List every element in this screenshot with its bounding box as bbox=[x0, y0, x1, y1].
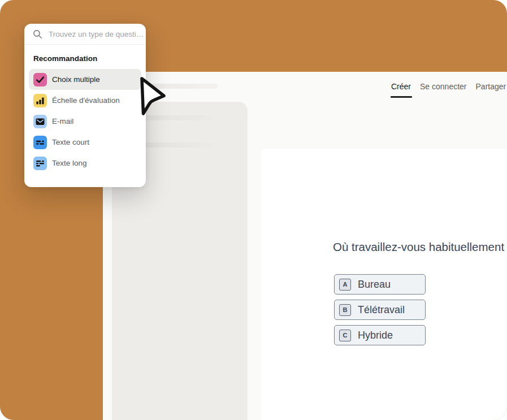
key-badge: C bbox=[339, 330, 351, 341]
search-icon bbox=[33, 29, 42, 39]
type-item-label: E-mail bbox=[52, 117, 73, 125]
type-item-label: Échelle d'évaluation bbox=[52, 96, 120, 105]
search-row bbox=[24, 24, 146, 45]
type-item-label: Texte long bbox=[52, 159, 87, 167]
answer-option-label: Hybride bbox=[358, 330, 393, 341]
answer-options: A Bureau B Télétravail C Hybride bbox=[334, 274, 426, 350]
marketing-canvas: Créer Se connecter Partager Où travaille… bbox=[0, 0, 507, 420]
type-item-texte-court[interactable]: Texte court bbox=[29, 132, 141, 153]
envelope-icon bbox=[33, 115, 47, 128]
question-title: Où travaillez-vous habituellement ? bbox=[333, 240, 507, 254]
type-item-texte-long[interactable]: Texte long bbox=[29, 153, 141, 174]
answer-option-hybride[interactable]: C Hybride bbox=[334, 325, 426, 345]
key-badge: A bbox=[339, 279, 351, 291]
short-text-icon bbox=[33, 136, 47, 149]
bar-chart-icon bbox=[33, 94, 47, 107]
nav-item-se-connecter[interactable]: Se connecter bbox=[420, 82, 467, 91]
answer-option-bureau[interactable]: A Bureau bbox=[334, 274, 426, 295]
app-window: Créer Se connecter Partager Où travaille… bbox=[103, 72, 507, 420]
type-item-label: Choix multiple bbox=[52, 75, 100, 84]
nav-item-partager[interactable]: Partager bbox=[476, 82, 506, 91]
question-preview-card: Où travaillez-vous habituellement ? A Bu… bbox=[261, 149, 507, 420]
answer-option-teletravail[interactable]: B Télétravail bbox=[334, 300, 426, 320]
type-item-choix-multiple[interactable]: Choix multiple bbox=[29, 69, 141, 90]
nav-item-creer[interactable]: Créer bbox=[391, 82, 411, 91]
answer-option-label: Bureau bbox=[358, 279, 391, 291]
type-item-label: Texte court bbox=[52, 138, 89, 146]
type-item-email[interactable]: E-mail bbox=[29, 111, 141, 132]
long-text-icon bbox=[33, 157, 47, 170]
question-type-list: Choix multiple Échelle d'évaluation bbox=[24, 69, 146, 174]
answer-option-label: Télétravail bbox=[358, 304, 405, 316]
top-nav: Créer Se connecter Partager bbox=[391, 82, 506, 91]
section-label: Recommandation bbox=[33, 54, 137, 63]
search-input[interactable] bbox=[47, 29, 150, 39]
key-badge: B bbox=[339, 304, 351, 316]
type-item-echelle-evaluation[interactable]: Échelle d'évaluation bbox=[29, 90, 141, 111]
question-type-dropdown: Recommandation Choix multiple bbox=[24, 24, 146, 187]
checkmark-icon bbox=[33, 73, 47, 86]
